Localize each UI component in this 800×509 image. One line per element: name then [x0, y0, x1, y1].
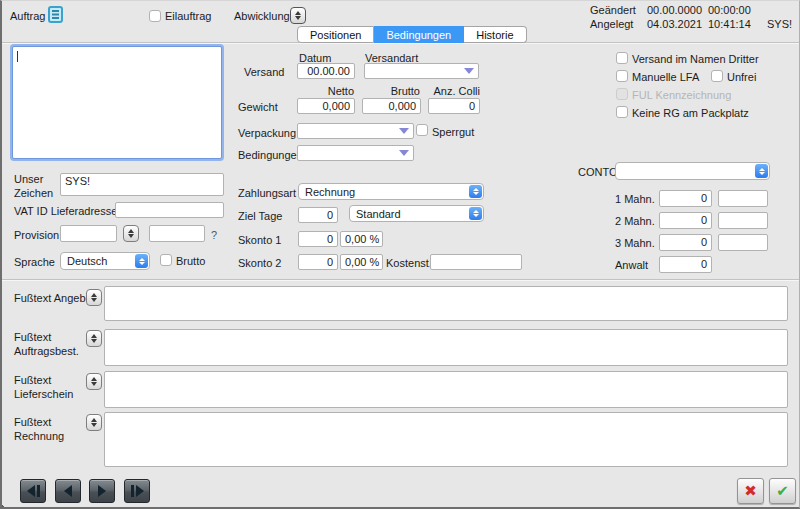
bedingungen-label: Bedingungen — [238, 149, 303, 163]
zahlungsart-dropdown[interactable]: Rechnung — [298, 183, 484, 200]
mahn1-label: 1 Mahn. — [615, 193, 655, 207]
fusstext-auftragsbest-stepper[interactable] — [86, 330, 102, 347]
first-record-button[interactable] — [20, 479, 46, 503]
first-record-icon-bar — [37, 485, 40, 497]
abwicklung-stepper[interactable] — [290, 7, 306, 24]
last-record-icon — [136, 485, 144, 497]
text-cursor — [17, 51, 18, 62]
window-resize-corner — [1, 492, 17, 508]
stepper-up-icon — [91, 377, 97, 381]
brutto-checkbox[interactable] — [160, 254, 172, 266]
mahn3-field[interactable]: 0 — [659, 234, 712, 251]
fusstext-rechnung-label-line2: Rechnung — [14, 430, 64, 444]
user-badge: SYS! — [767, 18, 792, 32]
tab-positionen[interactable]: Positionen — [297, 26, 374, 43]
sperrgut-label: Sperrgut — [432, 126, 474, 140]
ful-label: FUL Kennzeichnung — [632, 89, 731, 103]
mahn1-field[interactable]: 0 — [659, 190, 712, 207]
anwalt-label: Anwalt — [615, 259, 648, 273]
anwalt-field[interactable]: 0 — [659, 256, 712, 273]
geaendert-time: 00:00:00 — [708, 4, 751, 18]
versand-datum-field[interactable]: 00.00.00 — [297, 63, 355, 79]
fusstext-angebot-stepper[interactable] — [86, 289, 102, 306]
gewicht-brutto-field[interactable]: 0,000 — [362, 98, 421, 114]
mahn3-extra-field[interactable] — [718, 234, 768, 251]
ok-button[interactable]: ✔ — [769, 478, 796, 504]
zahlungsart-label: Zahlungsart — [238, 187, 296, 201]
next-record-icon — [98, 485, 106, 497]
unfrei-label: Unfrei — [727, 71, 756, 85]
gewicht-netto-field[interactable]: 0,000 — [297, 98, 355, 114]
anz-colli-column-label: Anz. Colli — [426, 85, 480, 99]
popup-stepper-icon — [469, 185, 482, 198]
cancel-button[interactable]: ✖ — [737, 478, 764, 504]
cancel-x-icon: ✖ — [744, 482, 757, 500]
skonto2-pct-field[interactable]: 0,00 % — [340, 254, 383, 270]
brutto-column-label: Brutto — [362, 85, 420, 99]
provision-field[interactable] — [60, 225, 117, 242]
bedingungen-combo[interactable] — [297, 145, 414, 161]
versand-dritter-checkbox[interactable] — [616, 52, 628, 64]
tab-bedingungen[interactable]: Bedingungen — [374, 26, 464, 43]
fusstext-auftragsbest-label-line1: Fußtext — [14, 331, 79, 345]
zahlungsart-value: Rechnung — [305, 186, 355, 198]
provision-hint: ? — [211, 229, 217, 243]
ziel-tage-type-value: Standard — [356, 208, 401, 220]
combo-arrow-icon — [399, 150, 409, 156]
kostenst-label: Kostenst. — [386, 257, 432, 271]
vat-id-field[interactable] — [115, 202, 224, 218]
provision-label: Provision — [14, 229, 59, 243]
versandart-combo[interactable] — [364, 63, 479, 79]
fusstext-lieferschein-stepper[interactable] — [86, 373, 102, 390]
stepper-up-icon — [91, 334, 97, 338]
manuelle-lfa-checkbox[interactable] — [616, 70, 628, 82]
mahn2-extra-field[interactable] — [718, 212, 768, 229]
conto-dropdown[interactable] — [615, 162, 770, 180]
brutto-label: Brutto — [176, 255, 205, 269]
stepper-down-icon — [295, 16, 301, 20]
fusstext-rechnung-stepper[interactable] — [86, 414, 102, 431]
skonto1-field[interactable]: 0 — [298, 231, 338, 247]
unser-zeichen-field[interactable]: SYS! — [60, 173, 224, 196]
ziel-tage-type-dropdown[interactable]: Standard — [349, 205, 484, 222]
fusstext-angebot-textarea[interactable] — [104, 286, 788, 321]
fusstext-auftragsbest-label: Fußtext Auftragsbest. — [14, 331, 79, 359]
keine-rg-label: Keine RG am Packplatz — [632, 107, 749, 121]
sprache-label: Sprache — [14, 256, 55, 270]
sprache-dropdown[interactable]: Deutsch — [60, 252, 150, 270]
stepper-up-icon — [295, 11, 301, 15]
popup-stepper-icon — [469, 207, 482, 220]
manuelle-lfa-label: Manuelle LFA — [632, 71, 699, 85]
angelegt-label: Angelegt — [590, 18, 633, 32]
next-record-button[interactable] — [89, 479, 115, 503]
skonto2-field[interactable]: 0 — [298, 254, 338, 270]
last-record-button[interactable] — [124, 479, 150, 503]
order-notes-textarea[interactable] — [12, 46, 222, 159]
sperrgut-checkbox[interactable] — [416, 124, 428, 136]
vat-id-label: VAT ID Lieferadresse — [14, 205, 117, 219]
fusstext-lieferschein-textarea[interactable] — [104, 371, 788, 408]
mahn2-field[interactable]: 0 — [659, 212, 712, 229]
kostenst-field[interactable] — [430, 254, 522, 270]
previous-record-button[interactable] — [55, 479, 81, 503]
fusstext-auftragsbest-textarea[interactable] — [104, 329, 788, 366]
tab-historie[interactable]: Historie — [464, 26, 526, 43]
ziel-tage-label: Ziel Tage — [238, 210, 282, 224]
eilauftrag-label: Eilauftrag — [165, 10, 211, 24]
skonto1-pct-field[interactable]: 0,00 % — [340, 231, 383, 247]
mahn2-label: 2 Mahn. — [615, 215, 655, 229]
fusstext-auftragsbest-label-line2: Auftragsbest. — [14, 345, 79, 359]
stepper-down-icon — [91, 382, 97, 386]
provision-stepper[interactable] — [123, 225, 139, 242]
ziel-tage-field[interactable]: 0 — [298, 207, 338, 223]
stepper-up-icon — [128, 229, 134, 233]
fusstext-rechnung-textarea[interactable] — [104, 412, 788, 467]
keine-rg-checkbox[interactable] — [616, 106, 628, 118]
verpackung-combo[interactable] — [297, 123, 414, 139]
mahn1-extra-field[interactable] — [718, 190, 768, 207]
stepper-down-icon — [91, 339, 97, 343]
anz-colli-field[interactable]: 0 — [428, 98, 480, 114]
eilauftrag-checkbox[interactable] — [149, 10, 161, 22]
provision-field-2[interactable] — [149, 225, 205, 242]
unfrei-checkbox[interactable] — [711, 70, 723, 82]
